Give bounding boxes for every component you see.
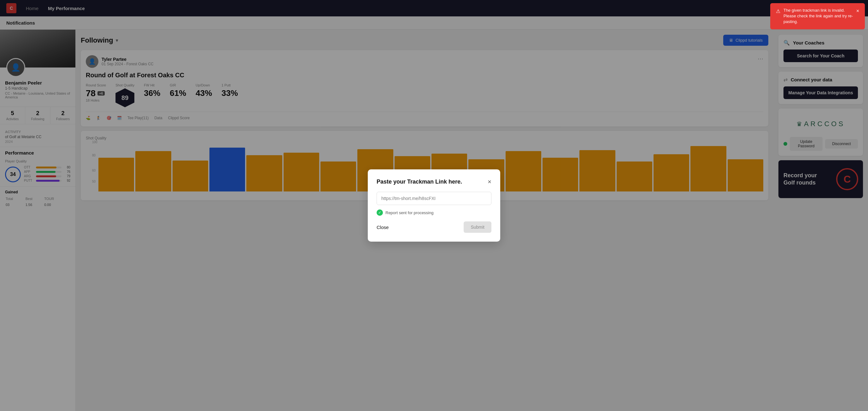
- modal-submit-button[interactable]: Submit: [464, 221, 491, 233]
- error-banner: ⚠ The given trackman link is invalid. Pl…: [770, 3, 865, 29]
- modal-footer: Close Submit: [377, 221, 491, 233]
- modal-overlay: Paste your Trackman Link here. × ✓ Repor…: [0, 0, 868, 411]
- trackman-modal: Paste your Trackman Link here. × ✓ Repor…: [368, 169, 500, 242]
- modal-close-button[interactable]: ×: [488, 178, 491, 186]
- modal-title: Paste your Trackman Link here.: [377, 179, 462, 185]
- success-checkmark-icon: ✓: [377, 210, 383, 216]
- modal-close-link[interactable]: Close: [377, 225, 389, 230]
- warning-icon: ⚠: [776, 8, 780, 15]
- success-message: ✓ Report sent for processing: [377, 210, 491, 216]
- trackman-link-input[interactable]: [377, 192, 491, 205]
- error-close-button[interactable]: ×: [856, 7, 859, 14]
- modal-header: Paste your Trackman Link here. ×: [377, 178, 491, 186]
